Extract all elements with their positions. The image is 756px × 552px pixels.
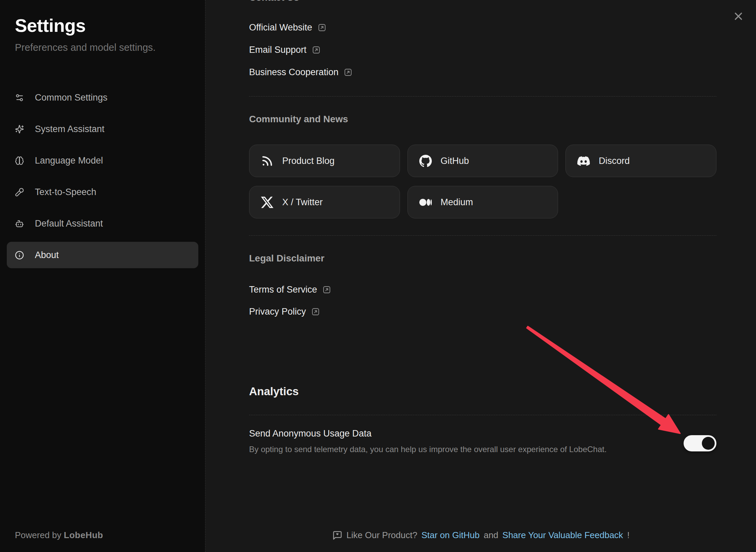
page-title: Settings [15,15,190,36]
community-buttons: Product Blog GitHub Discord X / Twitter … [249,145,716,218]
page-subtitle: Preferences and model settings. [15,41,190,54]
sidebar-item-system-assistant[interactable]: System Assistant [7,116,198,142]
powered-by: Powered by LobeHub [15,530,103,540]
product-footer: Like Our Product? Star on GitHub and Sha… [206,530,756,540]
link-business-cooperation[interactable]: Business Cooperation [249,65,352,79]
mic-icon [15,188,24,197]
sidebar-item-common-settings[interactable]: Common Settings [7,84,198,111]
bot-icon [15,219,24,228]
close-icon [732,10,744,22]
sidebar-item-default-assistant[interactable]: Default Assistant [7,210,198,237]
analytics-heading: Analytics [249,385,716,398]
sidebar-item-label: Language Model [35,155,103,166]
settings-sidebar: Settings Preferences and model settings.… [0,0,205,552]
toggle-knob [702,437,715,450]
divider [249,235,716,236]
legal-heading: Legal Disclaimer [249,253,716,264]
external-link-icon [344,68,352,77]
close-button[interactable] [731,9,746,24]
sidebar-item-label: Text-to-Speech [35,187,96,197]
usage-data-setting: Send Anonymous Usage Data By opting to s… [249,427,716,454]
button-discord[interactable]: Discord [565,145,716,177]
medium-icon [419,196,432,209]
sidebar-item-about[interactable]: About [7,242,198,268]
external-link-icon [312,46,320,54]
link-official-website[interactable]: Official Website [249,21,326,34]
link-terms-of-service[interactable]: Terms of Service [249,283,331,296]
star-on-github-link[interactable]: Star on GitHub [421,530,480,540]
link-email-support[interactable]: Email Support [249,43,320,57]
sidebar-item-label: Default Assistant [35,218,103,229]
button-medium[interactable]: Medium [407,186,558,218]
external-link-icon [311,307,320,316]
button-product-blog[interactable]: Product Blog [249,145,400,177]
external-link-icon [318,23,326,32]
usage-data-toggle[interactable] [684,435,716,451]
usage-data-label: Send Anonymous Usage Data [249,427,716,440]
link-privacy-policy[interactable]: Privacy Policy [249,305,320,318]
sidebar-item-language-model[interactable]: Language Model [7,147,198,174]
rss-icon [261,155,273,167]
button-x-twitter[interactable]: X / Twitter [249,186,400,218]
about-panel: Contact Us Official Website Email Suppor… [206,0,756,552]
usage-data-description: By opting to send telemetry data, you ca… [249,444,642,454]
contact-heading: Contact Us [249,0,716,3]
feedback-link[interactable]: Share Your Valuable Feedback [503,530,623,540]
x-twitter-icon [261,196,273,209]
community-heading: Community and News [249,113,716,125]
footer-text: ! [627,530,629,540]
sliders-icon [15,93,24,102]
footer-text: and [484,530,498,540]
sidebar-item-label: System Assistant [35,124,105,134]
footer-text: Like Our Product? [347,530,418,540]
sidebar-item-text-to-speech[interactable]: Text-to-Speech [7,179,198,205]
heart-message-icon [332,530,342,540]
github-icon [419,155,432,167]
divider [249,96,716,97]
discord-icon [577,155,590,167]
lobehub-brand[interactable]: LobeHub [64,530,103,540]
divider [249,415,716,415]
brain-icon [15,156,24,165]
sidebar-item-label: About [35,250,59,260]
settings-nav: Common Settings System Assistant Languag… [7,84,198,268]
sparkles-icon [15,125,24,134]
sidebar-item-label: Common Settings [35,92,108,103]
info-icon [15,251,24,260]
external-link-icon [323,285,331,294]
button-github[interactable]: GitHub [407,145,558,177]
